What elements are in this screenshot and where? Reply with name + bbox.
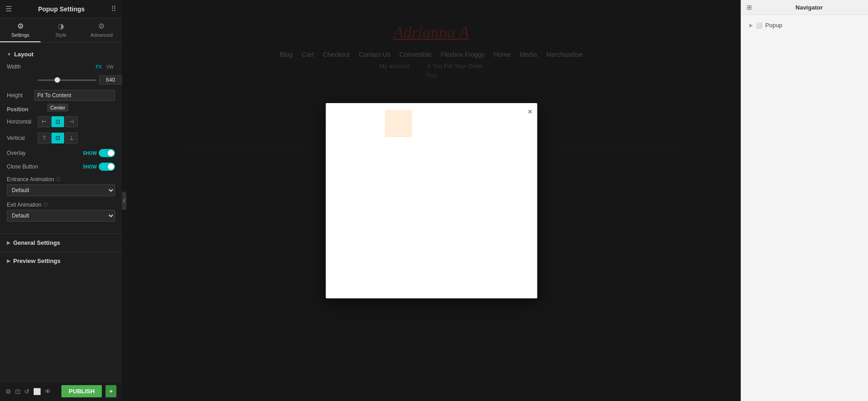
settings-icon: ⚙ <box>17 22 24 30</box>
publish-plus-button[interactable]: + <box>105 385 116 397</box>
publish-button[interactable]: PUBLISH <box>61 385 102 397</box>
exit-animation-label: Exit Animation ⓘ <box>7 202 115 208</box>
align-top-btn[interactable]: ⊤ <box>38 133 50 144</box>
panel-footer: ⚙ ⊡ ↺ ⬜ 👁 PUBLISH + <box>0 381 122 401</box>
preview-settings-label: Preview Settings <box>13 257 60 264</box>
divider-2 <box>0 252 122 252</box>
width-slider-container: 640 <box>38 75 122 84</box>
unit-px-btn[interactable]: PX <box>95 64 103 70</box>
entrance-animation-label: Entrance Animation ⓘ <box>7 176 115 183</box>
nav-popup-window-icon: ⬜ <box>756 22 763 29</box>
tab-style-label: Style <box>55 32 66 38</box>
align-left-btn[interactable]: ⊢ <box>38 116 50 127</box>
general-arrow-icon: ▶ <box>7 240 10 245</box>
navigator-title: Navigator <box>756 4 863 11</box>
close-button-toggle-container: SHOW <box>83 163 115 171</box>
right-panel: ⊞ Navigator ▶ ⬜ Popup <box>741 0 868 401</box>
layout-arrow-icon: ▼ <box>7 52 11 57</box>
tab-settings[interactable]: ⚙ Settings <box>0 18 40 42</box>
general-settings-header[interactable]: ▶ General Settings <box>0 236 122 250</box>
grid-icon[interactable]: ⠿ <box>111 5 116 13</box>
height-label: Height <box>7 92 34 99</box>
width-input[interactable]: 640 <box>99 75 122 84</box>
height-row: Height Fit To Content Min Height Full Sc… <box>7 90 115 101</box>
panel-title: Popup Settings <box>12 5 111 13</box>
overlay-row: Overlay SHOW <box>7 149 115 157</box>
collapse-handle[interactable]: ❮ <box>122 192 126 210</box>
divider-1 <box>0 233 122 234</box>
align-center-btn[interactable]: ⊡ <box>51 116 64 127</box>
hamburger-icon[interactable]: ☰ <box>5 5 12 13</box>
width-slider-row: 640 <box>7 75 115 84</box>
preview-arrow-icon: ▶ <box>7 258 10 263</box>
navigator-popup-item[interactable]: ▶ ⬜ Popup <box>746 20 863 31</box>
center-tooltip-container: Center ⊡ <box>51 116 64 127</box>
panel-content: ▼ Layout Width PX VW 640 <box>0 43 122 381</box>
align-right-btn[interactable]: ⊣ <box>65 116 78 127</box>
settings-footer-icon[interactable]: ⚙ <box>5 388 11 395</box>
overlay-show-text: SHOW <box>83 151 97 156</box>
history-footer-icon[interactable]: ⊡ <box>15 388 20 395</box>
tab-advanced[interactable]: ⚙ Advanced <box>81 18 122 42</box>
nav-popup-arrow-icon: ▶ <box>749 23 753 28</box>
overlay-toggle[interactable] <box>99 149 115 157</box>
entrance-animation-select[interactable]: Default Fade In Slide In Zoom In <box>7 184 115 196</box>
main-canvas: Adrianna A Blog Cart Checkout Contact Us… <box>122 0 741 401</box>
layout-section-label: Layout <box>14 51 34 58</box>
navigator-content: ▶ ⬜ Popup <box>741 15 868 35</box>
left-panel: ☰ Popup Settings ⠿ ⚙ Settings ◑ Style ⚙ … <box>0 0 122 401</box>
position-section: Position Horizontal ⊢ Center ⊡ ⊣ <box>7 106 115 144</box>
exit-animation-select[interactable]: Default Fade Out Slide Out Zoom Out <box>7 210 115 222</box>
tabs-container: ⚙ Settings ◑ Style ⚙ Advanced <box>0 18 122 43</box>
entrance-animation-row: Entrance Animation ⓘ Default Fade In Sli… <box>7 176 115 196</box>
width-row: Width PX VW <box>7 64 115 70</box>
width-controls: PX VW <box>38 64 115 70</box>
panel-header: ☰ Popup Settings ⠿ <box>0 0 122 18</box>
align-middle-btn[interactable]: ⊡ <box>51 133 64 144</box>
tab-settings-label: Settings <box>11 32 30 38</box>
close-button-label: Close Button <box>7 163 79 170</box>
overlay-toggle-container: SHOW <box>83 149 115 157</box>
layout-section-body: Width PX VW 640 Height <box>0 61 122 232</box>
layout-section-header[interactable]: ▼ Layout <box>0 47 122 61</box>
position-label: Position <box>7 106 115 113</box>
horizontal-align-buttons: ⊢ Center ⊡ ⊣ <box>38 116 78 127</box>
width-label: Width <box>7 64 34 70</box>
preview-footer-icon[interactable]: ⬜ <box>33 388 41 395</box>
height-select[interactable]: Fit To Content Min Height Full Screen <box>34 90 115 101</box>
style-icon: ◑ <box>58 22 64 30</box>
popup-close-button[interactable]: × <box>527 108 532 116</box>
unit-buttons: PX VW <box>95 64 115 70</box>
eye-footer-icon[interactable]: 👁 <box>45 388 51 395</box>
close-button-toggle[interactable] <box>99 163 115 171</box>
overlay-label: Overlay <box>7 150 79 156</box>
height-select-wrapper: Fit To Content Min Height Full Screen <box>34 90 115 101</box>
close-button-show-text: SHOW <box>83 164 97 169</box>
vertical-label: Vertical <box>7 135 34 141</box>
undo-footer-icon[interactable]: ↺ <box>24 388 30 395</box>
navigator-expand-icon[interactable]: ⊞ <box>747 4 752 11</box>
horizontal-row: Horizontal ⊢ Center ⊡ ⊣ <box>7 116 115 127</box>
tab-advanced-label: Advanced <box>90 32 113 38</box>
unit-vw-btn[interactable]: VW <box>105 64 115 70</box>
tab-style[interactable]: ◑ Style <box>40 18 81 42</box>
exit-info-icon: ⓘ <box>43 202 48 208</box>
advanced-icon: ⚙ <box>98 22 105 30</box>
horizontal-label: Horizontal <box>7 119 34 125</box>
align-bottom-btn[interactable]: ⊥ <box>65 133 78 144</box>
vertical-row: Vertical ⊤ ⊡ ⊥ <box>7 133 115 144</box>
close-button-row: Close Button SHOW <box>7 163 115 171</box>
entrance-info-icon: ⓘ <box>56 176 60 183</box>
nav-popup-label: Popup <box>765 22 783 29</box>
vertical-align-buttons: ⊤ ⊡ ⊥ <box>38 133 78 144</box>
exit-animation-row: Exit Animation ⓘ Default Fade Out Slide … <box>7 202 115 222</box>
general-settings-label: General Settings <box>13 239 60 246</box>
popup-color-block <box>385 110 412 137</box>
navigator-header: ⊞ Navigator <box>741 0 868 15</box>
popup-modal: × <box>326 103 537 298</box>
width-slider[interactable] <box>38 79 96 81</box>
preview-settings-header[interactable]: ▶ Preview Settings <box>0 254 122 268</box>
